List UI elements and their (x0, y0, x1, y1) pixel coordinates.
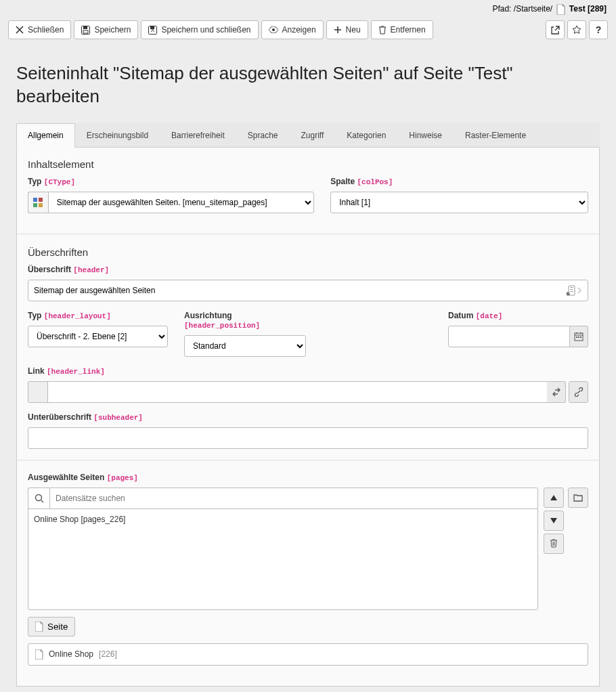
trash-icon (550, 539, 558, 548)
subheader-input[interactable] (28, 427, 588, 449)
svg-rect-13 (571, 291, 573, 292)
result-title: Online Shop (49, 649, 93, 659)
headerlink-wizard-button[interactable] (569, 381, 588, 403)
close-button[interactable]: Schließen (8, 20, 71, 39)
svg-rect-2 (83, 30, 88, 33)
section-headlines: Überschriften (28, 246, 588, 258)
page-icon (35, 649, 43, 659)
browse-button[interactable] (568, 488, 588, 508)
section-element: Inhaltselement (28, 158, 588, 170)
triangle-down-icon (550, 518, 557, 523)
tab-barrierefreiheit[interactable]: Barrierefreiheit (160, 123, 236, 147)
tab-erscheinungsbild[interactable]: Erscheinungsbild (75, 123, 160, 147)
switch-icon (552, 387, 561, 397)
headerlayout-select[interactable]: Überschrift - 2. Ebene [2] (28, 326, 168, 347)
path-page: Test (569, 4, 586, 14)
toolbar: Schließen Speichern Speichern und schlie… (0, 18, 616, 47)
delete-label: Entfernen (391, 25, 426, 35)
label-pages: Ausgewählte Seiten [pages] (28, 473, 588, 482)
triangle-up-icon (550, 495, 557, 500)
view-label: Anzeigen (282, 25, 316, 35)
tab-zugriff[interactable]: Zugriff (290, 123, 336, 147)
datepicker-button[interactable] (570, 326, 588, 347)
page-icon (35, 622, 43, 632)
folder-icon (573, 494, 583, 502)
open-new-window-button[interactable] (546, 20, 565, 39)
move-down-button[interactable] (544, 511, 564, 531)
trash-icon (378, 26, 387, 35)
path-root[interactable]: /Startseite/ (514, 4, 552, 14)
save-close-icon (148, 26, 157, 35)
list-item[interactable]: Online Shop [pages_226] (34, 513, 532, 525)
svg-rect-17 (578, 337, 579, 338)
panel-allgemein: Inhaltselement Typ [CType] Sitemap der a… (16, 148, 600, 687)
headerlink-input[interactable] (47, 381, 547, 403)
page-icon (556, 4, 566, 15)
colpos-select[interactable]: Inhalt [1] (330, 192, 588, 213)
pages-search-input[interactable] (49, 488, 538, 509)
headerlink-toggle-button[interactable] (547, 381, 567, 403)
tab-kategorien[interactable]: Kategorien (335, 123, 397, 147)
pages-result-row[interactable]: Online Shop [226] (28, 643, 588, 666)
save-label: Speichern (94, 25, 131, 35)
svg-rect-8 (33, 203, 37, 207)
headerlink-explain (28, 381, 47, 403)
svg-point-19 (35, 494, 41, 500)
tab-hinweise[interactable]: Hinweise (397, 123, 454, 147)
svg-rect-11 (571, 287, 573, 288)
page-title: Seiteninhalt "Sitemap der ausgewählten S… (16, 47, 600, 123)
save-close-button[interactable]: Speichern und schließen (141, 20, 258, 39)
svg-rect-6 (33, 198, 37, 202)
ctype-select[interactable]: Sitemap der ausgewählten Seiten. [menu_s… (48, 192, 314, 213)
localization-icon[interactable] (567, 285, 581, 296)
label-header: Überschrift [header] (28, 265, 588, 274)
header-input[interactable] (28, 280, 588, 301)
label-subheader: Unterüberschrift [subheader] (28, 412, 588, 422)
ctype-icon (28, 192, 48, 213)
view-button[interactable]: Anzeigen (261, 20, 324, 39)
svg-point-5 (272, 28, 275, 31)
bookmark-button[interactable] (567, 20, 586, 39)
date-input[interactable] (448, 326, 570, 347)
label-headerlayout: Typ [header_layout] (28, 311, 168, 320)
add-page-label: Seite (47, 622, 68, 632)
label-ctype: Typ [CType] (28, 177, 314, 186)
label-headerlink: Link [header_link] (28, 366, 588, 376)
path-uid: [289] (588, 4, 607, 14)
close-icon (16, 26, 24, 34)
new-button[interactable]: Neu (326, 20, 368, 39)
remove-button[interactable] (544, 534, 564, 554)
calendar-icon (574, 332, 584, 341)
svg-rect-12 (571, 289, 573, 290)
add-page-button[interactable]: Seite (28, 617, 75, 636)
delete-button[interactable]: Entfernen (371, 20, 433, 39)
link-icon (574, 387, 584, 397)
svg-rect-16 (576, 337, 577, 338)
save-button[interactable]: Speichern (74, 20, 138, 39)
star-icon (572, 25, 581, 35)
path-label: Pfad: (492, 4, 511, 14)
svg-rect-7 (39, 198, 43, 202)
pages-selected-list[interactable]: Online Shop [pages_226] (28, 509, 538, 610)
close-label: Schließen (28, 25, 64, 35)
tabs: Allgemein Erscheinungsbild Barrierefreih… (16, 123, 600, 148)
tab-allgemein[interactable]: Allgemein (16, 123, 75, 148)
save-close-label: Speichern und schließen (161, 25, 250, 35)
svg-rect-18 (580, 337, 581, 338)
new-label: Neu (346, 25, 361, 35)
headerpos-select[interactable]: Standard (184, 335, 306, 357)
help-button[interactable]: ? (589, 20, 608, 39)
search-icon (28, 488, 49, 509)
help-icon: ? (596, 24, 602, 35)
eye-icon (269, 26, 278, 33)
svg-rect-9 (39, 203, 43, 207)
label-colpos: Spalte [colPos] (330, 177, 588, 186)
tab-raster[interactable]: Raster-Elemente (454, 123, 537, 147)
tab-sprache[interactable]: Sprache (236, 123, 290, 147)
external-link-icon (551, 26, 560, 35)
save-icon (81, 26, 90, 35)
svg-rect-1 (83, 26, 87, 29)
move-up-button[interactable] (544, 488, 564, 508)
path-bar: Pfad: /Startseite/ Test [289] (0, 0, 616, 18)
result-uid: [226] (99, 649, 117, 659)
